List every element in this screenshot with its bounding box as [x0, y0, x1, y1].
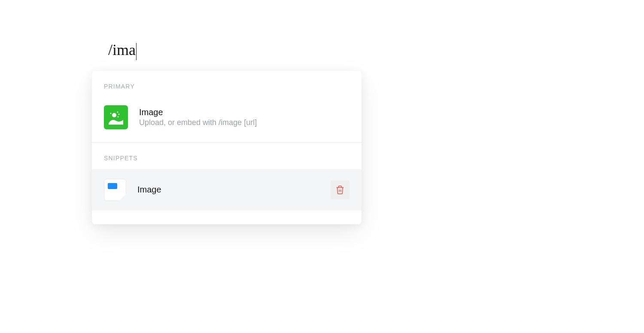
- menu-item-description: Upload, or embed with /image [url]: [139, 118, 257, 127]
- section-header-primary: PRIMARY: [92, 71, 361, 98]
- menu-item-title: Image: [137, 185, 161, 195]
- delete-button[interactable]: [331, 180, 349, 199]
- svg-point-4: [110, 113, 112, 114]
- image-icon: [104, 105, 128, 129]
- snippet-icon: [104, 179, 126, 201]
- menu-item-left: Image: [104, 179, 161, 201]
- svg-point-2: [118, 114, 120, 115]
- command-input-text: /ima: [108, 41, 136, 58]
- dropdown-bottom-padding: [92, 211, 361, 224]
- command-dropdown: PRIMARY Image Upload, or embed with /ima…: [92, 71, 361, 224]
- text-cursor: [136, 43, 137, 60]
- menu-item-title: Image: [139, 107, 257, 117]
- svg-point-1: [117, 112, 118, 113]
- svg-point-0: [112, 113, 116, 117]
- command-input[interactable]: /ima: [92, 41, 137, 59]
- menu-item-image[interactable]: Image Upload, or embed with /image [url]: [92, 98, 361, 142]
- command-menu-container: /ima PRIMARY Image Upload, or embed with…: [92, 41, 361, 224]
- menu-item-snippet-image[interactable]: Image: [92, 169, 361, 211]
- menu-item-text: Image Upload, or embed with /image [url]: [139, 107, 257, 127]
- section-header-snippets: SNIPPETS: [92, 143, 361, 169]
- svg-point-3: [118, 116, 119, 118]
- trash-icon: [335, 185, 345, 195]
- menu-item-text: Image: [137, 185, 161, 196]
